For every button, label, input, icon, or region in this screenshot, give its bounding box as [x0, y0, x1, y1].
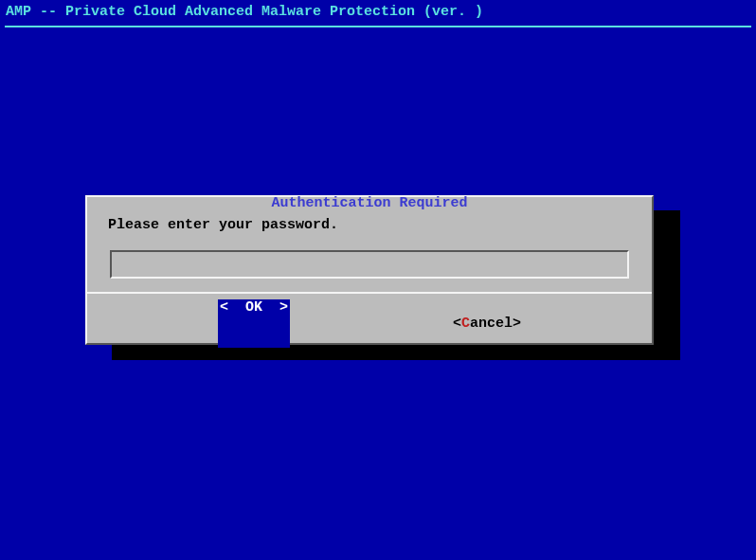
- cancel-bracket-close: >: [513, 316, 521, 332]
- cancel-hotkey: C: [461, 316, 470, 332]
- dialog-prompt: Please enter your password.: [97, 217, 642, 233]
- cancel-bracket-open: <: [453, 316, 461, 332]
- ok-button[interactable]: < OK >: [218, 299, 290, 348]
- dialog-divider: [87, 292, 652, 294]
- header-divider: [0, 22, 756, 33]
- app-title: AMP -- Private Cloud Advanced Malware Pr…: [0, 0, 756, 22]
- dialog-button-row: < OK > <Cancel>: [97, 299, 642, 348]
- cancel-button[interactable]: <Cancel>: [385, 299, 521, 348]
- auth-dialog: Authentication Required Please enter you…: [85, 195, 654, 345]
- dialog-title: Authentication Required: [97, 195, 642, 211]
- cancel-rest: ancel: [470, 316, 513, 332]
- password-input[interactable]: [110, 250, 629, 279]
